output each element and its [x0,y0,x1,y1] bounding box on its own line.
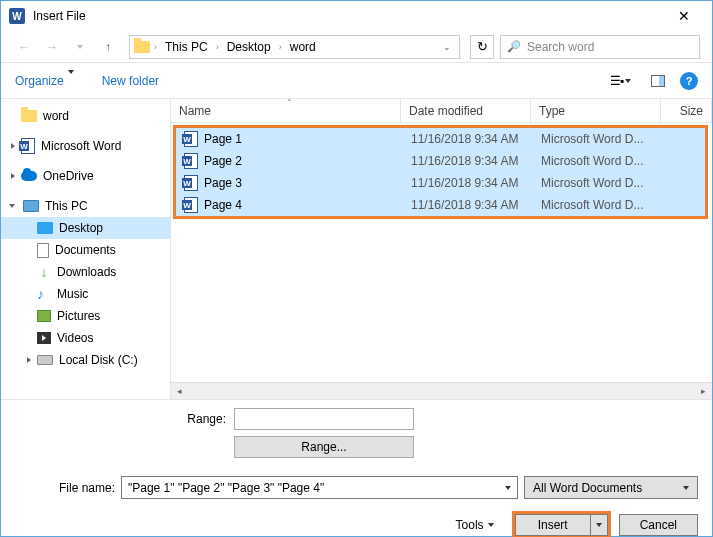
filename-label: File name: [15,481,115,495]
navigation-tree[interactable]: word Microsoft Word OneDrive This PC Des… [1,99,171,399]
insert-dropdown-button[interactable] [590,514,608,536]
nav-bar: ← → ↑ › This PC › Desktop › word ⌄ ↻ 🔍 S… [1,31,712,63]
range-label: Range: [171,412,226,426]
cancel-button[interactable]: Cancel [619,514,698,536]
search-placeholder: Search word [527,40,594,54]
breadcrumb-word[interactable]: word [286,40,320,54]
file-row[interactable]: Page 2 11/16/2018 9:34 AMMicrosoft Word … [176,150,705,172]
word-doc-icon [184,131,198,147]
tree-item-music[interactable]: ♪Music [1,283,170,305]
onedrive-icon [21,171,37,181]
insert-button-highlight: Insert [512,511,611,537]
back-button[interactable]: ← [13,36,35,58]
download-icon: ↓ [37,265,51,279]
word-doc-icon [184,197,198,213]
videos-icon [37,332,51,344]
tree-item-downloads[interactable]: ↓Downloads [1,261,170,283]
chevron-down-icon[interactable] [505,486,511,490]
tree-item-word-folder[interactable]: word [1,105,170,127]
toolbar: Organize New folder ☰▪ ? [1,63,712,99]
sort-indicator-icon: ⌃ [286,98,293,107]
bottom-area: File name: "Page 1" "Page 2" "Page 3" "P… [1,466,712,537]
tree-item-documents[interactable]: Documents [1,239,170,261]
file-row[interactable]: Page 4 11/16/2018 9:34 AMMicrosoft Word … [176,194,705,216]
chevron-right-icon[interactable]: › [279,42,282,52]
tree-item-onedrive[interactable]: OneDrive [1,165,170,187]
range-input[interactable] [234,408,414,430]
up-button[interactable]: ↑ [97,36,119,58]
document-icon [37,243,49,258]
music-icon: ♪ [37,286,51,302]
recent-locations-button[interactable] [69,36,91,58]
range-button[interactable]: Range... [234,436,414,458]
file-row[interactable]: Page 3 11/16/2018 9:34 AMMicrosoft Word … [176,172,705,194]
chevron-down-icon [625,79,631,83]
scroll-right-button[interactable]: ▸ [695,384,712,399]
tree-item-local-disk[interactable]: Local Disk (C:) [1,349,170,371]
chevron-down-icon [488,523,494,527]
titlebar: W Insert File ✕ [1,1,712,31]
breadcrumb-this-pc[interactable]: This PC [161,40,212,54]
address-dropdown[interactable]: ⌄ [439,42,455,52]
file-type-filter[interactable]: All Word Documents [524,476,698,499]
horizontal-scrollbar[interactable]: ◂ ▸ [171,382,712,399]
word-doc-icon [184,175,198,191]
filename-value: "Page 1" "Page 2" "Page 3" "Page 4" [128,481,324,495]
preview-pane-icon [651,75,665,87]
chevron-down-icon [683,486,689,490]
filename-combo[interactable]: "Page 1" "Page 2" "Page 3" "Page 4" [121,476,518,499]
column-header-date[interactable]: Date modified [401,99,531,122]
body-area: word Microsoft Word OneDrive This PC Des… [1,99,712,399]
folder-icon [21,110,37,122]
tree-item-videos[interactable]: Videos [1,327,170,349]
desktop-icon [37,222,53,234]
file-row[interactable]: Page 1 11/16/2018 9:34 AMMicrosoft Word … [176,128,705,150]
tree-item-desktop[interactable]: Desktop [1,217,170,239]
scroll-left-button[interactable]: ◂ [171,384,188,399]
word-app-icon: W [9,8,25,24]
column-header-size[interactable]: Size [661,99,712,122]
disk-icon [37,355,53,365]
tree-item-this-pc[interactable]: This PC [1,195,170,217]
search-icon: 🔍 [507,40,521,53]
tree-item-pictures[interactable]: Pictures [1,305,170,327]
column-header-type[interactable]: Type [531,99,661,122]
close-button[interactable]: ✕ [664,8,704,24]
word-icon [21,138,35,154]
column-headers: ⌃ Name Date modified Type Size [171,99,712,123]
new-folder-button[interactable]: New folder [102,74,159,88]
search-input[interactable]: 🔍 Search word [500,35,700,59]
insert-file-dialog: W Insert File ✕ ← → ↑ › This PC › Deskto… [0,0,713,537]
forward-button[interactable]: → [41,36,63,58]
preview-pane-button[interactable] [646,72,670,90]
chevron-right-icon[interactable]: › [154,42,157,52]
word-doc-icon [184,153,198,169]
chevron-right-icon[interactable]: › [216,42,219,52]
help-button[interactable]: ? [680,72,698,90]
pictures-icon [37,310,51,322]
folder-icon [134,41,150,53]
file-list-panel: ⌃ Name Date modified Type Size Page 1 11… [171,99,712,399]
file-list-highlight: Page 1 11/16/2018 9:34 AMMicrosoft Word … [173,125,708,219]
range-area: Range: Range... [1,399,712,466]
refresh-button[interactable]: ↻ [470,35,494,59]
pc-icon [23,200,39,212]
view-options-button[interactable]: ☰▪ [605,71,636,91]
organize-menu[interactable]: Organize [15,74,74,88]
dialog-title: Insert File [33,9,664,23]
insert-button[interactable]: Insert [515,514,590,536]
address-bar[interactable]: › This PC › Desktop › word ⌄ [129,35,460,59]
tools-menu[interactable]: Tools [456,518,494,532]
tree-item-microsoft-word[interactable]: Microsoft Word [1,135,170,157]
breadcrumb-desktop[interactable]: Desktop [223,40,275,54]
view-icon: ☰▪ [610,74,623,88]
